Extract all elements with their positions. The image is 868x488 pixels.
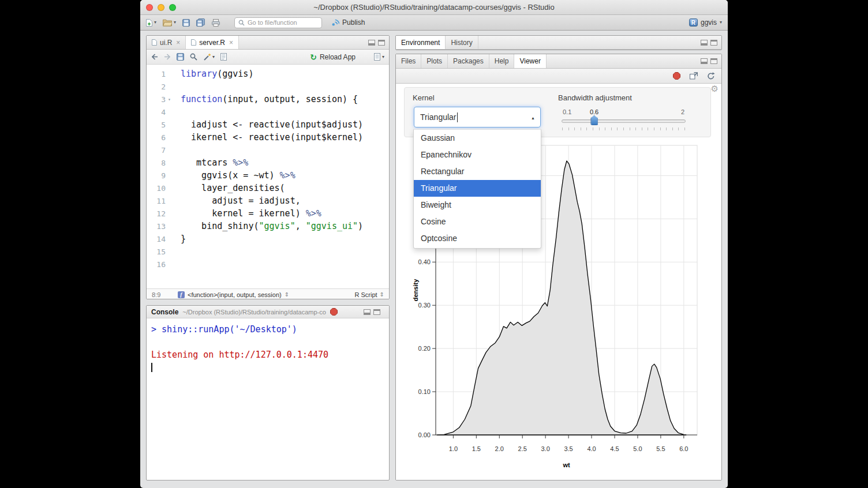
- dropdown-option[interactable]: Rectangular: [414, 163, 541, 180]
- minimize-pane-icon[interactable]: [364, 309, 371, 315]
- open-in-new-window-icon[interactable]: [690, 72, 698, 80]
- kernel-select[interactable]: Triangular ▲: [414, 107, 541, 127]
- maximize-pane-icon[interactable]: [378, 40, 385, 46]
- zoom-window-button[interactable]: [169, 4, 176, 11]
- tab-plots[interactable]: Plots: [421, 54, 448, 68]
- code-line[interactable]: [181, 106, 389, 118]
- code-line[interactable]: iadjust <- reactive(input$adjust): [181, 118, 389, 131]
- back-icon[interactable]: [151, 54, 158, 60]
- close-window-button[interactable]: [146, 4, 153, 11]
- minimize-pane-icon[interactable]: [701, 40, 708, 46]
- console-output[interactable]: > shiny::runApp('~/Desktop') Listening o…: [147, 318, 389, 377]
- save-all-icon: [196, 18, 205, 27]
- window-title: ~/Dropbox (RStudio)/RStudio/training/dat…: [140, 0, 728, 15]
- rstudio-window: ~/Dropbox (RStudio)/RStudio/training/dat…: [140, 0, 728, 488]
- tab-server-r[interactable]: server.R ×: [186, 36, 239, 49]
- window-titlebar[interactable]: ~/Dropbox (RStudio)/RStudio/training/dat…: [140, 0, 728, 15]
- editor-code[interactable]: library(ggvis) function(input, output, s…: [173, 65, 389, 288]
- minimize-window-button[interactable]: [158, 4, 164, 11]
- code-line[interactable]: adjust = iadjust,: [181, 194, 389, 207]
- reload-app-label: Reload App: [320, 53, 356, 61]
- print-button[interactable]: [212, 19, 220, 27]
- code-line[interactable]: mtcars %>%: [181, 156, 389, 169]
- fold-arrow-icon[interactable]: ▾: [166, 97, 173, 102]
- close-icon[interactable]: ×: [176, 39, 180, 47]
- r-file-icon: [191, 39, 196, 46]
- save-button[interactable]: [182, 19, 190, 27]
- tab-environment[interactable]: Environment: [396, 36, 446, 49]
- stop-icon[interactable]: [330, 308, 338, 316]
- tab-help[interactable]: Help: [489, 54, 515, 68]
- tab-history[interactable]: History: [446, 36, 478, 49]
- maximize-pane-icon[interactable]: [373, 309, 380, 315]
- goto-file-input[interactable]: Go to file/function: [234, 17, 322, 28]
- editor-statusbar: 8:9 f <function>(input, output, session)…: [147, 288, 389, 299]
- scope-selector[interactable]: f <function>(input, output, session) ⇕: [178, 291, 289, 298]
- code-line[interactable]: }: [181, 232, 389, 245]
- bandwidth-slider[interactable]: 0.1 0.6 2: [562, 108, 686, 137]
- slider-handle[interactable]: [590, 115, 598, 125]
- gear-icon[interactable]: ⚙: [711, 84, 719, 94]
- minimize-pane-icon[interactable]: [368, 40, 375, 46]
- save-icon[interactable]: [177, 53, 184, 61]
- maximize-pane-icon[interactable]: [710, 40, 717, 46]
- reload-app-button[interactable]: ↻ Reload App: [310, 52, 356, 62]
- line-number: 11: [147, 194, 173, 207]
- project-menu-button[interactable]: R ggvis ▾: [689, 18, 722, 27]
- svg-text:0.10: 0.10: [418, 388, 431, 395]
- code-line[interactable]: library(ggvis): [181, 67, 389, 80]
- slider-track[interactable]: [562, 119, 686, 123]
- caret-down-icon: ▾: [382, 55, 384, 59]
- minimize-pane-icon[interactable]: [701, 58, 708, 64]
- line-number: 15: [147, 245, 173, 258]
- forward-icon[interactable]: [164, 54, 171, 60]
- code-line[interactable]: function(input, output, session) {: [181, 93, 389, 106]
- tab-viewer[interactable]: Viewer: [514, 54, 546, 68]
- kernel-label: Kernel: [413, 93, 435, 102]
- code-tools-wand-icon[interactable]: ▾: [203, 53, 215, 61]
- code-line[interactable]: ggvis(x = ~wt) %>%: [181, 169, 389, 182]
- dropdown-option[interactable]: Optcosine: [414, 230, 541, 247]
- tab-files[interactable]: Files: [396, 54, 421, 68]
- refresh-icon[interactable]: [707, 72, 715, 80]
- code-line[interactable]: ikernel <- reactive(input$kernel): [181, 131, 389, 144]
- code-line[interactable]: kernel = ikernel) %>%: [181, 207, 389, 220]
- environment-pane: Environment History: [395, 35, 722, 50]
- line-number: 2: [147, 80, 173, 93]
- tab-ui-r[interactable]: ui.R ×: [147, 36, 186, 49]
- code-line[interactable]: [181, 80, 389, 93]
- compile-report-icon[interactable]: [220, 53, 227, 61]
- code-line[interactable]: [181, 144, 389, 156]
- close-icon[interactable]: ×: [229, 39, 233, 47]
- new-file-button[interactable]: ▾: [146, 19, 156, 27]
- dropdown-option[interactable]: Cosine: [414, 213, 541, 230]
- svg-text:5.5: 5.5: [656, 445, 665, 452]
- new-file-icon: [146, 19, 152, 27]
- viewer-pane: Files Plots Packages Help Viewer: [395, 54, 722, 481]
- maximize-pane-icon[interactable]: [710, 58, 717, 64]
- kernel-dropdown[interactable]: GaussianEpanechnikovRectangularTriangula…: [413, 129, 541, 249]
- tab-packages[interactable]: Packages: [448, 54, 489, 68]
- source-options-icon[interactable]: ▾: [374, 53, 384, 61]
- code-editor[interactable]: 123▾45678910111213141516 library(ggvis) …: [147, 65, 389, 288]
- line-number: 9: [147, 169, 173, 182]
- dropdown-option[interactable]: Triangular: [414, 180, 541, 197]
- open-folder-icon: [163, 19, 172, 27]
- chevron-up-icon: ▲: [531, 116, 535, 120]
- svg-text:density: density: [412, 279, 419, 301]
- code-line[interactable]: [181, 258, 389, 271]
- open-file-button[interactable]: ▾: [163, 19, 176, 27]
- file-type-selector[interactable]: R Script ⇕: [354, 291, 389, 298]
- line-number: 12: [147, 207, 173, 220]
- code-line[interactable]: [181, 245, 389, 258]
- save-all-button[interactable]: [196, 18, 205, 27]
- dropdown-option[interactable]: Biweight: [414, 197, 541, 213]
- code-line[interactable]: layer_densities(: [181, 182, 389, 194]
- find-icon[interactable]: [190, 53, 197, 61]
- dropdown-option[interactable]: Gaussian: [414, 130, 541, 147]
- publish-button[interactable]: Publish: [331, 18, 365, 27]
- stop-icon[interactable]: [673, 72, 680, 80]
- console-title: Console: [151, 308, 178, 316]
- code-line[interactable]: bind_shiny("ggvis", "ggvis_ui"): [181, 220, 389, 232]
- dropdown-option[interactable]: Epanechnikov: [414, 147, 541, 163]
